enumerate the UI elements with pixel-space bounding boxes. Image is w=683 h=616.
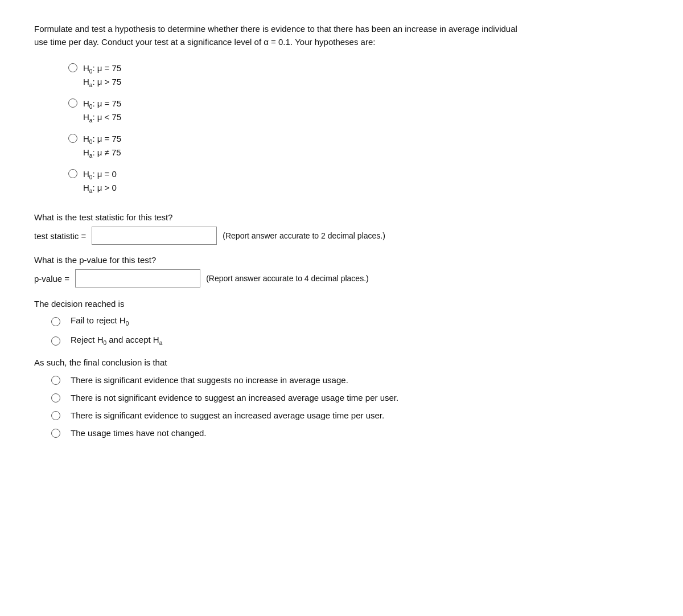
conclusion-option-4-text: The usage times have not changed. xyxy=(71,427,207,439)
conclusion-option-2[interactable]: There is not significant evidence to sug… xyxy=(51,392,649,404)
hypotheses-section: H0: μ = 75 Ha: μ > 75 H0: μ = 75 Ha: μ <… xyxy=(68,62,649,195)
hypothesis-option-1[interactable]: H0: μ = 75 Ha: μ > 75 xyxy=(68,62,649,89)
radio-decision-1[interactable] xyxy=(51,317,60,326)
radio-conclusion-3[interactable] xyxy=(51,411,60,420)
p-value-note: (Report answer accurate to 4 decimal pla… xyxy=(206,274,369,283)
h1-ha: Ha: μ > 75 xyxy=(83,76,121,89)
h4-ha: Ha: μ > 0 xyxy=(83,182,117,195)
conclusion-option-2-text: There is not significant evidence to sug… xyxy=(71,392,398,404)
conclusion-option-1-text: There is significant evidence that sugge… xyxy=(71,374,348,386)
radio-conclusion-4[interactable] xyxy=(51,429,60,438)
radio-h2[interactable] xyxy=(68,98,77,108)
hypothesis-option-4[interactable]: H0: μ = 0 Ha: μ > 0 xyxy=(68,168,649,195)
test-statistic-question: What is the test statistic for this test… xyxy=(34,212,649,222)
decision-option-2-text: Reject H0 and accept Ha xyxy=(71,335,162,346)
decision-option-1-text: Fail to reject H0 xyxy=(71,315,129,327)
radio-decision-2[interactable] xyxy=(51,336,60,346)
decision-option-1[interactable]: Fail to reject H0 xyxy=(51,315,649,327)
conclusion-label: As such, the final conclusion is that xyxy=(34,358,649,367)
radio-conclusion-1[interactable] xyxy=(51,376,60,385)
decision-section: The decision reached is Fail to reject H… xyxy=(34,299,649,346)
h2-h0: H0: μ = 75 xyxy=(83,97,121,111)
p-value-question: What is the p-value for this test? xyxy=(34,255,649,265)
h1-h0: H0: μ = 75 xyxy=(83,62,121,76)
conclusion-option-3-text: There is significant evidence to suggest… xyxy=(71,409,384,421)
test-statistic-label: test statistic = xyxy=(34,231,86,241)
hypothesis-option-2[interactable]: H0: μ = 75 Ha: μ < 75 xyxy=(68,97,649,125)
p-value-section: What is the p-value for this test? p-val… xyxy=(34,255,649,288)
h3-ha: Ha: μ ≠ 75 xyxy=(83,146,121,160)
conclusion-option-4[interactable]: The usage times have not changed. xyxy=(51,427,649,439)
conclusion-option-1[interactable]: There is significant evidence that sugge… xyxy=(51,374,649,386)
test-statistic-note: (Report answer accurate to 2 decimal pla… xyxy=(223,231,385,240)
radio-h3[interactable] xyxy=(68,134,77,143)
test-statistic-section: What is the test statistic for this test… xyxy=(34,212,649,245)
p-value-label: p-value = xyxy=(34,274,69,284)
h2-ha: Ha: μ < 75 xyxy=(83,111,121,125)
radio-h4[interactable] xyxy=(68,169,77,178)
page-container: Formulate and test a hypothesis to deter… xyxy=(0,0,683,616)
intro-text: Formulate and test a hypothesis to deter… xyxy=(34,23,524,48)
test-statistic-input[interactable] xyxy=(92,227,217,245)
h3-h0: H0: μ = 75 xyxy=(83,133,121,146)
decision-label: The decision reached is xyxy=(34,299,649,309)
h4-h0: H0: μ = 0 xyxy=(83,168,117,182)
decision-option-2[interactable]: Reject H0 and accept Ha xyxy=(51,335,649,346)
hypothesis-option-3[interactable]: H0: μ = 75 Ha: μ ≠ 75 xyxy=(68,133,649,160)
radio-h1[interactable] xyxy=(68,63,77,72)
radio-conclusion-2[interactable] xyxy=(51,393,60,403)
conclusion-section: As such, the final conclusion is that Th… xyxy=(34,358,649,439)
p-value-input[interactable] xyxy=(75,269,200,288)
conclusion-option-3[interactable]: There is significant evidence to suggest… xyxy=(51,409,649,421)
